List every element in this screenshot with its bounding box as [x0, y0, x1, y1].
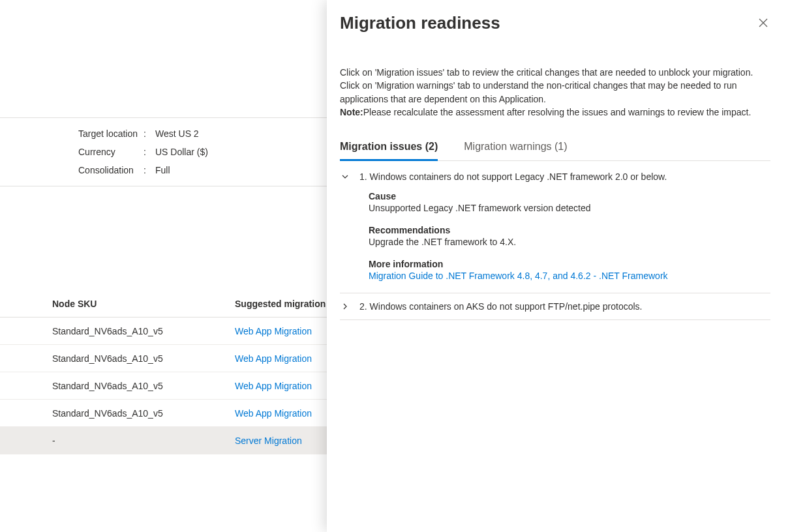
chevron-down-icon: [340, 173, 350, 181]
currency-label: Currency: [78, 147, 144, 157]
issue-recommendations-section: Recommendations Upgrade the .NET framewo…: [369, 225, 770, 247]
issue-item: 2. Windows containers on AKS do not supp…: [340, 293, 770, 320]
cell-sku: Standard_NV6ads_A10_v5: [52, 353, 235, 364]
issue-header[interactable]: 2. Windows containers on AKS do not supp…: [340, 301, 770, 312]
currency-value: US Dollar ($): [155, 147, 208, 157]
more-info-link[interactable]: Migration Guide to .NET Framework 4.8, 4…: [369, 271, 770, 281]
note-label: Note:: [340, 107, 363, 117]
target-location-value: West US 2: [155, 128, 199, 139]
cause-label: Cause: [369, 191, 770, 201]
issue-more-info-section: More information Migration Guide to .NET…: [369, 259, 770, 281]
chevron-right-icon: [340, 303, 350, 310]
cause-text: Unsupported Legacy .NET framework versio…: [369, 203, 770, 213]
cell-sku: Standard_NV6ads_A10_v5: [52, 326, 235, 336]
colon: :: [144, 128, 155, 139]
consolidation-value: Full: [155, 165, 170, 175]
cell-sku: Standard_NV6ads_A10_v5: [52, 381, 235, 391]
consolidation-label: Consolidation: [78, 165, 144, 175]
description-text: Click on 'Migration issues' tab to revie…: [340, 67, 753, 104]
migration-readiness-panel: Migration readiness Click on 'Migration …: [327, 0, 790, 532]
more-info-label: More information: [369, 259, 770, 269]
tabs: Migration issues (2) Migration warnings …: [340, 134, 770, 161]
panel-title: Migration readiness: [340, 13, 500, 33]
colon: :: [144, 165, 155, 175]
target-location-label: Target location: [78, 128, 144, 139]
issue-body: Cause Unsupported Legacy .NET framework …: [340, 182, 770, 285]
tab-migration-issues[interactable]: Migration issues (2): [340, 134, 438, 161]
close-icon: [759, 18, 768, 29]
tab-migration-warnings[interactable]: Migration warnings (1): [464, 134, 567, 161]
close-button[interactable]: [756, 16, 770, 33]
issue-title: 1. Windows containers do not support Leg…: [359, 171, 667, 182]
issue-header[interactable]: 1. Windows containers do not support Leg…: [340, 171, 770, 182]
note-text: Please recalculate the assessment after …: [363, 107, 752, 117]
recommendations-text: Upgrade the .NET framework to 4.X.: [369, 237, 770, 247]
cell-sku: -: [52, 436, 235, 446]
cell-sku: Standard_NV6ads_A10_v5: [52, 408, 235, 419]
panel-header: Migration readiness: [340, 13, 770, 33]
colon: :: [144, 147, 155, 157]
issue-item: 1. Windows containers do not support Leg…: [340, 164, 770, 293]
recommendations-label: Recommendations: [369, 225, 770, 235]
issue-cause-section: Cause Unsupported Legacy .NET framework …: [369, 191, 770, 213]
panel-description: Click on 'Migration issues' tab to revie…: [340, 66, 770, 119]
issue-title: 2. Windows containers on AKS do not supp…: [359, 301, 642, 312]
header-node-sku: Node SKU: [52, 299, 235, 309]
